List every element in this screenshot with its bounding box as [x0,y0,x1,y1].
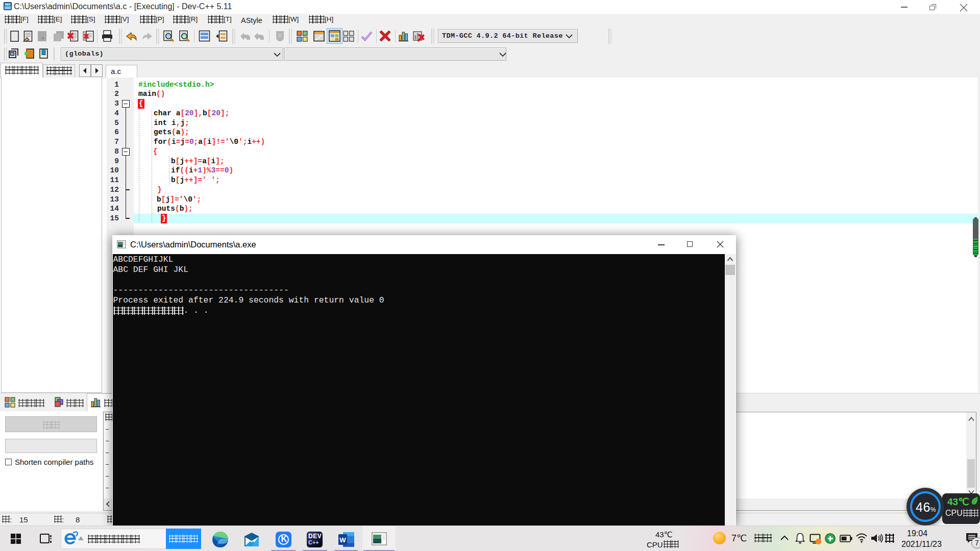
svg-text:W: W [339,536,346,544]
svg-text:DEV: DEV [5,3,11,6]
